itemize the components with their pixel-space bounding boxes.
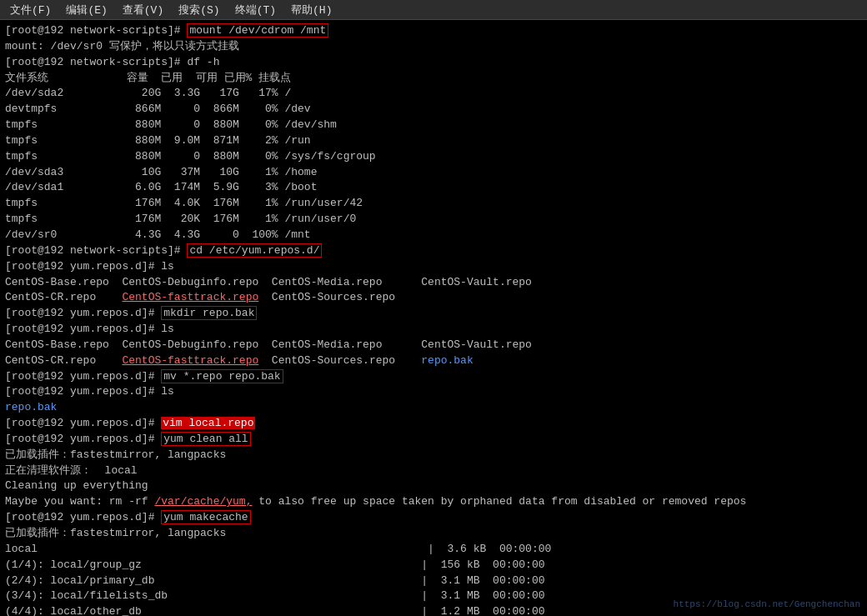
line-32: [root@192 yum.repos.d]# yum makecache — [5, 510, 862, 526]
line-10: /dev/sda3 10G 37M 10G 1% /home — [5, 165, 862, 181]
line-4: 文件系统 容量 已用 可用 已用% 挂载点 — [5, 71, 862, 87]
menu-search[interactable]: 搜索(S) — [172, 1, 226, 19]
line-12: tmpfs 176M 4.0K 176M 1% /run/user/42 — [5, 196, 862, 212]
line-16: [root@192 yum.repos.d]# ls — [5, 259, 862, 275]
line-27: [root@192 yum.repos.d]# yum clean all — [5, 432, 862, 448]
line-19: [root@192 yum.repos.d]# mkdir repo.bak — [5, 306, 862, 322]
menubar: 文件(F) 编辑(E) 查看(V) 搜索(S) 终端(T) 帮助(H) — [0, 0, 867, 20]
line-28: 已加载插件：fastestmirror, langpacks — [5, 448, 862, 463]
line-6: devtmpfs 866M 0 866M 0% /dev — [5, 102, 862, 118]
line-34: local | 3.6 kB 00:00:00 — [5, 542, 862, 558]
menu-terminal[interactable]: 终端(T) — [228, 1, 283, 19]
terminal-area: [root@192 network-scripts]# mount /dev/c… — [0, 20, 867, 616]
menu-file[interactable]: 文件(F) — [3, 1, 58, 19]
line-31: Maybe you want: rm -rf /var/cache/yum, t… — [5, 494, 862, 510]
line-33: 已加载插件：fastestmirror, langpacks — [5, 526, 862, 542]
line-17: CentOS-Base.repo CentOS-Debuginfo.repo C… — [5, 275, 862, 291]
line-35: (1/4): local/group_gz | 156 kB 00:00:00 — [5, 558, 862, 573]
line-1: [root@192 network-scripts]# mount /dev/c… — [5, 23, 862, 39]
menu-edit[interactable]: 编辑(E) — [59, 1, 113, 19]
line-2: mount: /dev/sr0 写保护，将以只读方式挂载 — [5, 39, 862, 55]
line-20: [root@192 yum.repos.d]# ls — [5, 322, 862, 338]
line-36: (2/4): local/primary_db | 3.1 MB 00:00:0… — [5, 573, 862, 589]
line-8: tmpfs 880M 9.0M 871M 2% /run — [5, 133, 862, 149]
line-26: [root@192 yum.repos.d]# vim local.repo — [5, 416, 862, 432]
line-11: /dev/sda1 6.0G 174M 5.9G 3% /boot — [5, 180, 862, 196]
line-7: tmpfs 880M 0 880M 0% /dev/shm — [5, 118, 862, 133]
watermark: https://blog.csdn.net/Gengchenchan — [674, 599, 860, 609]
menu-view[interactable]: 查看(V) — [116, 1, 170, 19]
menu-help[interactable]: 帮助(H) — [284, 1, 338, 19]
line-22: CentOS-CR.repo CentOS-fasttrack.repo Cen… — [5, 353, 862, 369]
line-5: /dev/sda2 20G 3.3G 17G 17% / — [5, 86, 862, 102]
line-13: tmpfs 176M 20K 176M 1% /run/user/0 — [5, 212, 862, 228]
line-24: [root@192 yum.repos.d]# ls — [5, 384, 862, 400]
line-9: tmpfs 880M 0 880M 0% /sys/fs/cgroup — [5, 149, 862, 165]
line-23: [root@192 yum.repos.d]# mv *.repo repo.b… — [5, 369, 862, 385]
line-14: /dev/sr0 4.3G 4.3G 0 100% /mnt — [5, 228, 862, 243]
line-25: repo.bak — [5, 400, 862, 416]
line-15: [root@192 network-scripts]# cd /etc/yum.… — [5, 243, 862, 259]
line-30: Cleaning up everything — [5, 478, 862, 494]
line-3: [root@192 network-scripts]# df -h — [5, 55, 862, 71]
line-29: 正在清理软件源： local — [5, 463, 862, 479]
line-21: CentOS-Base.repo CentOS-Debuginfo.repo C… — [5, 338, 862, 353]
line-18: CentOS-CR.repo CentOS-fasttrack.repo Cen… — [5, 290, 862, 306]
